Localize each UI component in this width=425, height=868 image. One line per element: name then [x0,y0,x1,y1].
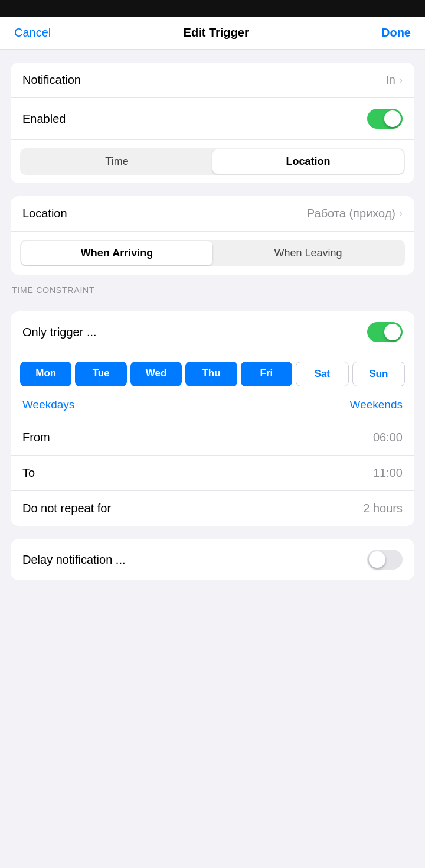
trigger-type-segmented-control: Time Location [20,148,405,175]
do-not-repeat-row[interactable]: Do not repeat for 2 hours [11,491,414,526]
location-section: Location Работа (приход) › When Arriving… [11,196,414,275]
status-bar [0,0,425,17]
day-btn-fri[interactable]: Fri [241,362,292,386]
cancel-button[interactable]: Cancel [14,26,51,40]
to-row[interactable]: To 11:00 [11,456,414,491]
time-constraint-card: Only trigger ... Mon Tue Wed Thu Fri Sat… [11,311,414,526]
toggle-knob [384,110,401,127]
quick-select-row: Weekdays Weekends [11,395,414,420]
notification-section: Notification In › Enabled Time Location [11,63,414,183]
day-picker-row: Mon Tue Wed Thu Fri Sat Sun [11,353,414,395]
day-picker: Mon Tue Wed Thu Fri Sat Sun [20,362,405,386]
only-trigger-label: Only trigger ... [22,326,97,339]
delay-toggle[interactable] [367,550,403,570]
enabled-label: Enabled [22,112,66,126]
notification-row[interactable]: Notification In › [11,63,414,98]
delay-row: Delay notification ... [11,539,414,580]
do-not-repeat-value: 2 hours [363,502,403,515]
when-leaving-btn[interactable]: When Leaving [212,241,404,265]
time-constraint-section: TIME CONSTRAINT Only trigger ... Mon Tue… [0,275,425,526]
when-arriving-btn[interactable]: When Arriving [21,241,212,265]
from-value: 06:00 [373,431,403,444]
enabled-row: Enabled [11,98,414,140]
done-button[interactable]: Done [381,26,411,40]
nav-header: Cancel Edit Trigger Done [0,17,425,50]
day-btn-sat[interactable]: Sat [296,362,348,386]
only-trigger-toggle[interactable] [367,322,403,342]
toggle-knob [369,551,385,568]
time-segment-btn[interactable]: Time [21,149,212,174]
page-title: Edit Trigger [184,26,249,40]
time-constraint-label: TIME CONSTRAINT [0,275,425,298]
to-label: To [22,466,35,480]
do-not-repeat-label: Do not repeat for [22,502,111,515]
delay-section: Delay notification ... [11,539,414,580]
weekdays-button[interactable]: Weekdays [22,398,74,411]
location-row[interactable]: Location Работа (приход) › [11,196,414,232]
location-segment-btn[interactable]: Location [212,149,404,174]
toggle-knob [384,324,401,340]
day-btn-sun[interactable]: Sun [352,362,405,386]
day-btn-wed[interactable]: Wed [130,362,182,386]
to-value: 11:00 [373,466,403,480]
notification-value: In › [385,73,403,87]
day-btn-mon[interactable]: Mon [20,362,71,386]
from-row[interactable]: From 06:00 [11,420,414,456]
arrival-type-segment-row: When Arriving When Leaving [11,232,414,275]
chevron-right-icon: › [399,207,403,220]
location-label: Location [22,207,67,220]
day-btn-thu[interactable]: Thu [185,362,237,386]
weekends-button[interactable]: Weekends [350,398,403,411]
arrival-type-segmented-control: When Arriving When Leaving [20,240,405,266]
notification-label: Notification [22,73,81,87]
day-btn-tue[interactable]: Tue [75,362,126,386]
trigger-type-segment-row: Time Location [11,140,414,183]
delay-label: Delay notification ... [22,553,126,567]
chevron-right-icon: › [399,74,403,86]
enabled-toggle[interactable] [367,109,403,129]
only-trigger-row: Only trigger ... [11,311,414,353]
from-label: From [22,431,50,444]
location-value: Работа (приход) › [307,207,403,220]
